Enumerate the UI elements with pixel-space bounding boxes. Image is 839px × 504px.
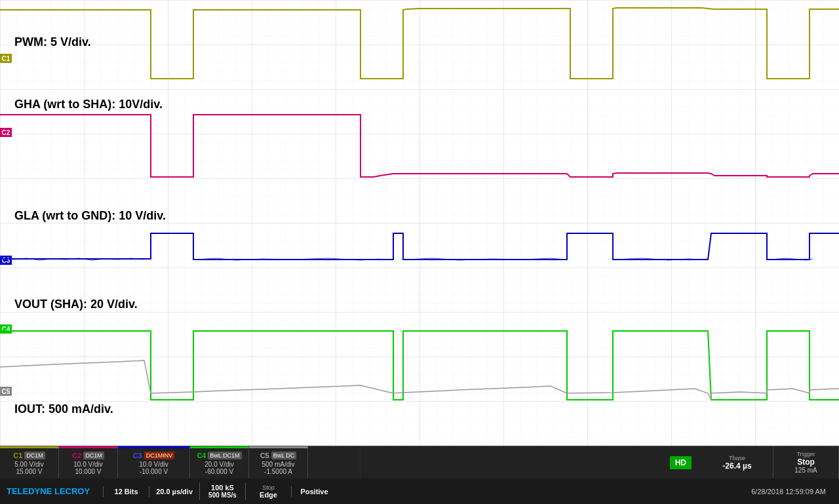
ch4-block[interactable]: C4 BwL DC1M 20.0 V/div -60.000 V [190,446,249,478]
tbase-label: Tbase [729,455,745,461]
trigger-type-value: Edge [260,491,277,499]
ch4-vdiv: 20.0 V/div [205,461,233,468]
ch4-label: VOUT (SHA): 20 V/div. [14,298,138,311]
time-div-block: 20.0 µs/div [149,486,199,497]
sample-rate-value: 100 kS [211,484,234,492]
ch4-badge: C4 [197,452,206,459]
ch6-empty [308,446,361,478]
datetime-display: 6/28/2018 12:59:09 AM [751,488,832,495]
bits-block: 12 Bits [103,486,149,497]
svg-text:C2: C2 [2,129,10,136]
tbase-value: -26.4 µs [722,461,751,471]
trigger-type-block: Stop Edge [245,483,291,500]
ch5-block[interactable]: C5 BwL DC 500 mA/div -1.5000 A [249,446,308,478]
trigger-level: 125 mA [794,467,817,474]
sample-rate-block: 100 kS 500 MS/s [199,482,245,500]
status-bar: C1 DC1M 5.00 V/div 15.000 V C2 DC1M 10.0… [0,446,839,504]
ch5-coupling: BwL DC [271,452,297,459]
waveform-display: C1 C2 C3 C4 C5 PWM: 5 V/div. GHA (wrt to… [0,0,839,446]
bits-value: 12 Bits [115,488,138,495]
ch1-block[interactable]: C1 DC1M 5.00 V/div 15.000 V [0,446,59,478]
trigger-status: Stop [797,457,815,467]
trigger-block[interactable]: Trigger Stop 125 mA [773,446,839,478]
trigger-label: Trigger [796,451,815,457]
ch2-vdiv: 10.0 V/div [73,461,102,468]
ch2-badge: C2 [72,452,81,459]
ch1-offset: 15.000 V [14,468,43,475]
hd-badge: HD [670,456,692,469]
ch3-label: GLA (wrt to GND): 10 V/div. [14,209,166,222]
ch1-vdiv: 5.00 V/div [14,461,43,468]
brand-label: TELEDYNE LECROY [7,486,90,496]
channel-info-bar: C1 DC1M 5.00 V/div 15.000 V C2 DC1M 10.0… [0,446,839,478]
ch2-coupling: DC1M [83,452,104,459]
ch3-coupling: DC1MINV [144,452,175,459]
svg-text:C4: C4 [2,326,10,333]
bottom-info-bar: TELEDYNE LECROY 12 Bits 20.0 µs/div 100 … [0,478,839,504]
ch5-label: IOUT: 500 mA/div. [14,402,113,416]
ch2-label: GHA (wrt to SHA): 10V/div. [14,98,163,111]
svg-text:C3: C3 [2,257,10,264]
ch3-block[interactable]: C3 DC1MINV 10.0 V/div -10.000 V [118,446,190,478]
svg-text:C1: C1 [2,55,10,62]
time-div-value: 20.0 µs/div [156,488,193,495]
ch5-badge: C5 [260,452,269,459]
trigger-type-label: Stop [262,484,275,491]
sample-rate2-value: 500 MS/s [208,492,237,499]
svg-rect-2 [0,0,839,446]
oscilloscope-screen: C1 C2 C3 C4 C5 PWM: 5 V/div. GHA (wrt to… [0,0,839,446]
ch2-block[interactable]: C2 DC1M 10.0 V/div 10.000 V [59,446,118,478]
trigger-polarity-block: Positive [291,486,337,497]
hd-section: HD [660,446,701,478]
ch3-badge: C3 [133,452,142,459]
ch3-vdiv: 10.0 V/div [139,461,168,468]
ch4-offset: -60.000 V [205,468,233,475]
ch1-coupling: DC1M [24,452,45,459]
ch5-offset: -1.5000 A [262,468,294,475]
ch5-vdiv: 500 mA/div [262,461,294,468]
ch2-offset: 10.000 V [73,468,102,475]
svg-text:C5: C5 [2,388,10,395]
ch3-offset: -10.000 V [139,468,168,475]
trigger-polarity-value: Positive [300,488,328,495]
timebase-block[interactable]: Tbase -26.4 µs [701,446,773,478]
ch1-badge: C1 [13,452,22,459]
ch4-coupling: BwL DC1M [208,452,241,459]
ch1-label: PWM: 5 V/div. [14,35,91,48]
